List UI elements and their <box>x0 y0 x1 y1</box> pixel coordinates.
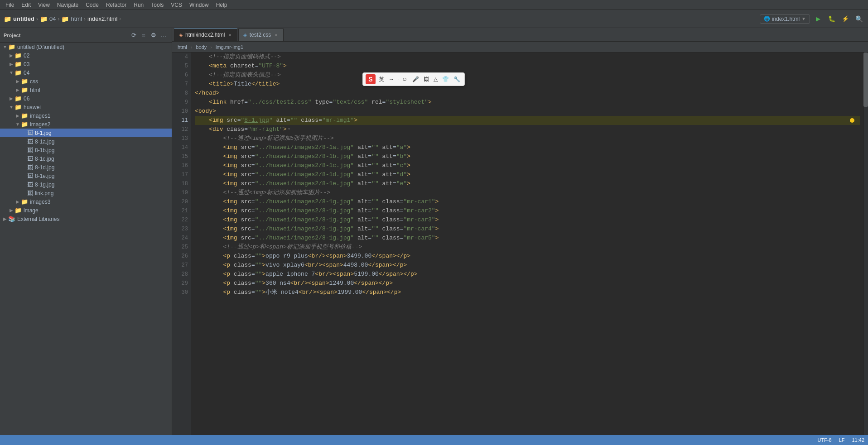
tab-html[interactable]: ◈ html\index2.html × <box>174 29 237 41</box>
editor-breadcrumb: html › body › img.mr-img1 <box>172 42 868 53</box>
code-line-17: <img src="../huawei/images2/8-1d.jpg" al… <box>195 170 860 179</box>
editor-bc-body[interactable]: body <box>194 44 208 50</box>
code-text-30: <p class="">小米 note4<br/><span>1999.00</… <box>195 288 401 297</box>
tree-node-02[interactable]: ▶ 📁 02 <box>0 51 172 60</box>
sidebar-more-button[interactable]: … <box>159 31 168 40</box>
tree-node-8-1-jpg[interactable]: 🖼 8-1.jpg <box>0 129 172 137</box>
ime-item-triangle[interactable]: △ <box>432 75 439 83</box>
tree-node-8-1e-jpg[interactable]: 🖼 8-1e.jpg <box>0 172 172 180</box>
code-line-13: <!--通过<img>标记添加5张手机图片--> <box>195 134 860 143</box>
tree-node-8-1a-jpg[interactable]: 🖼 8-1a.jpg <box>0 137 172 146</box>
tree-arrow-02: ▶ <box>8 53 14 58</box>
line-num-23: 23 <box>175 225 188 234</box>
breadcrumb-file-label: index2.html <box>87 15 117 22</box>
sidebar-settings-button[interactable]: ⚙ <box>149 31 158 40</box>
menu-file[interactable]: File <box>2 1 18 9</box>
code-line-10: <body> <box>195 107 860 116</box>
code-text-9: <link href="../css/test2.css" type="text… <box>195 98 432 107</box>
ime-logo: S <box>366 74 376 84</box>
line-num-14: 14 <box>175 143 188 152</box>
tree-node-huawei[interactable]: ▼ 📁 huawei <box>0 103 172 111</box>
menu-tools[interactable]: Tools <box>147 1 167 9</box>
tab-css[interactable]: ◈ test2.css × <box>238 29 284 41</box>
editor-bc-img[interactable]: img.mr-img1 <box>214 44 245 50</box>
sidebar-collapse-button[interactable]: ≡ <box>139 31 148 40</box>
tree-node-8-1c-jpg[interactable]: 🖼 8-1c.jpg <box>0 154 172 163</box>
menu-view[interactable]: View <box>34 1 53 9</box>
line-num-4: 4 <box>175 53 188 62</box>
menu-refactor[interactable]: Refactor <box>102 1 130 9</box>
tree-arrow-image: ▶ <box>8 208 14 213</box>
code-text-25: <!--通过<p>和<span>标记添加手机型号和价格--> <box>195 243 362 252</box>
tree-node-04[interactable]: ▼ 📁 04 <box>0 68 172 77</box>
file-icon-link-png: 🖼 <box>27 190 33 196</box>
tree-arrow-css: ▶ <box>14 79 21 84</box>
ime-item-en[interactable]: 英 <box>377 75 386 84</box>
code-line-4: <!--指定页面编码格式--> <box>195 53 860 62</box>
code-line-27: <p class="">vivo xplay6<br/><span>4498.0… <box>195 261 860 270</box>
tree-node-03[interactable]: ▶ 📁 03 <box>0 60 172 68</box>
line-num-26: 26 <box>175 252 188 261</box>
fold-indicator-12[interactable]: ▾ <box>288 125 290 134</box>
code-text-27: <p class="">vivo xplay6<br/><span>4498.0… <box>195 261 407 270</box>
line-num-15: 15 <box>175 152 188 161</box>
tab-html-close[interactable]: × <box>227 32 232 38</box>
ime-item-arrow[interactable]: → <box>387 75 395 83</box>
menu-edit[interactable]: Edit <box>18 1 34 9</box>
tree-node-8-1g-jpg[interactable]: 🖼 8-1g.jpg <box>0 180 172 189</box>
run-config-selector[interactable]: 🌐 index1.html ▼ <box>760 14 810 24</box>
sidebar-sync-button[interactable]: ⟳ <box>129 31 138 40</box>
tree-node-images1[interactable]: ▶ 📁 images1 <box>0 111 172 120</box>
tree-label-images2: images2 <box>30 121 50 128</box>
coverage-button[interactable]: ⚡ <box>840 14 851 24</box>
code-line-18: <img src="../huawei/images2/8-1e.jpg" al… <box>195 179 860 188</box>
editor-bc-html[interactable]: html <box>176 44 189 50</box>
tree-node-images3[interactable]: ▶ 📁 images3 <box>0 197 172 206</box>
menu-help[interactable]: Help <box>212 1 231 9</box>
menu-vcs[interactable]: VCS <box>167 1 186 9</box>
breadcrumb-04[interactable]: 📁 04 <box>40 15 56 23</box>
menu-navigate[interactable]: Navigate <box>53 1 82 9</box>
tree-node-06[interactable]: ▶ 📁 06 <box>0 94 172 103</box>
code-content[interactable]: <!--指定页面编码格式--> <meta charset="UTF-8"> <… <box>191 53 863 445</box>
debug-button[interactable]: 🐛 <box>826 14 837 24</box>
menu-window[interactable]: Window <box>186 1 212 9</box>
tab-html-icon: ◈ <box>179 32 183 38</box>
ime-item-tool[interactable]: 🔧 <box>452 75 462 83</box>
tree-node-8-1d-jpg[interactable]: 🖼 8-1d.jpg <box>0 163 172 172</box>
code-text-29: <p class="">360 ns4<br/><span>1249.00</s… <box>195 279 393 288</box>
cursor-indicator <box>850 118 854 123</box>
ime-item-tshirt[interactable]: 👕 <box>441 75 450 83</box>
statusbar-encoding[interactable]: UTF-8 <box>817 437 831 443</box>
ime-toolbar[interactable]: S 英 → · ☺ 🎤 🖼 △ 👕 🔧 <box>362 72 465 86</box>
ime-item-mic[interactable]: 🎤 <box>411 75 420 83</box>
tree-node-link-png[interactable]: 🖼 link.png <box>0 189 172 197</box>
search-everywhere-button[interactable]: 🔍 <box>854 14 864 24</box>
code-line-21: <img src="../huawei/images2/8-1g.jpg" al… <box>195 206 860 215</box>
tree-node-css[interactable]: ▶ 📁 css <box>0 77 172 86</box>
tree-node-untitled[interactable]: ▼ 📁 untitled (D:\untitled) <box>0 43 172 51</box>
code-text-5: <meta charset="UTF-8"> <box>195 62 287 71</box>
menu-run[interactable]: Run <box>130 1 147 9</box>
breadcrumb-html[interactable]: 📁 html <box>61 15 82 23</box>
tree-node-html[interactable]: ▶ 📁 html <box>0 86 172 94</box>
run-button[interactable]: ▶ <box>813 14 824 24</box>
tree-node-image[interactable]: ▶ 📁 image <box>0 206 172 215</box>
folder-icon-html: 📁 <box>21 86 28 93</box>
tree-label-02: 02 <box>24 53 29 59</box>
statusbar-line-sep[interactable]: LF <box>839 437 845 443</box>
tree-label-8-1d-jpg: 8-1d.jpg <box>35 164 54 171</box>
tree-node-8-1b-jpg[interactable]: 🖼 8-1b.jpg <box>0 146 172 154</box>
menu-code[interactable]: Code <box>82 1 102 9</box>
tab-css-close[interactable]: × <box>274 32 278 38</box>
tree-label-image: image <box>24 207 39 214</box>
folder-icon-02: 📁 <box>14 52 22 59</box>
breadcrumb-file[interactable]: index2.html › <box>87 15 121 22</box>
code-text-10: <body> <box>195 107 216 116</box>
mini-map[interactable] <box>863 53 868 445</box>
ime-item-img[interactable]: 🖼 <box>422 75 430 83</box>
ime-item-emoji[interactable]: ☺ <box>400 75 409 83</box>
tree-node-external[interactable]: ▶ 📚 External Libraries <box>0 215 172 223</box>
breadcrumb-project[interactable]: 📁 untitled <box>4 15 34 23</box>
tree-node-images2[interactable]: ▼ 📁 images2 <box>0 120 172 129</box>
